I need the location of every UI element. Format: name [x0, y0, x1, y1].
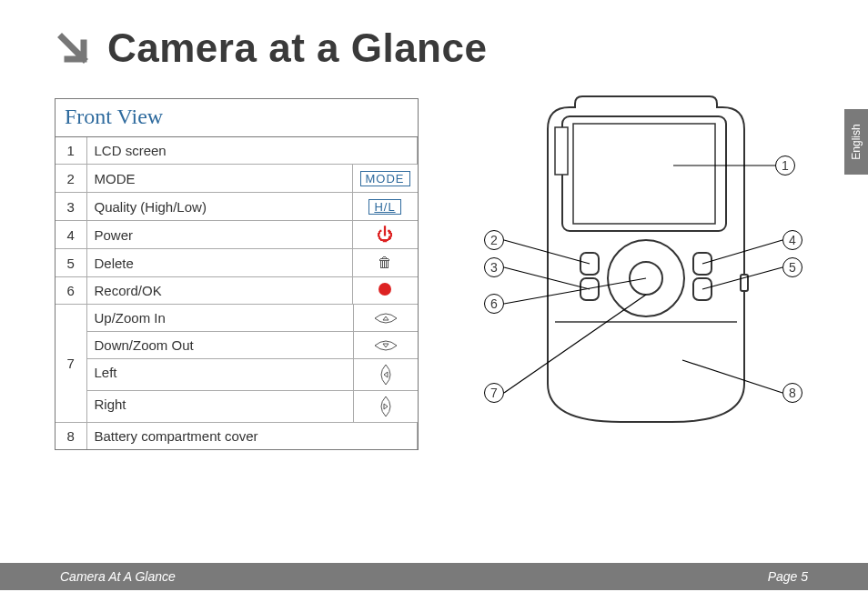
front-view-table: Front View 1 LCD screen 2 MODE MODE 3 Qu…	[55, 98, 419, 450]
callout-3: 3	[484, 257, 504, 277]
row-label: LCD screen	[86, 137, 418, 165]
table-row: 5 Delete 🗑	[56, 249, 418, 277]
section-title: Front View	[56, 99, 418, 137]
quality-icon: H/L	[352, 193, 418, 221]
footer-left: Camera At A Glance	[60, 569, 176, 584]
footer-right: Page 5	[768, 569, 808, 584]
table-row: 6 Record/OK	[56, 277, 418, 305]
row-number: 2	[56, 165, 86, 193]
table-subrow: Left	[87, 358, 418, 390]
row-label: Delete	[86, 249, 352, 277]
page-title-row: Camera at a Glance	[55, 25, 487, 71]
svg-rect-1	[573, 124, 715, 224]
row-number: 3	[56, 193, 86, 221]
up-icon	[354, 305, 418, 331]
callout-6: 6	[484, 294, 504, 314]
row-label: Battery compartment cover	[86, 423, 418, 450]
callout-5: 5	[782, 257, 802, 277]
svg-rect-2	[555, 127, 568, 175]
row-label: Power	[86, 221, 352, 249]
table-row: 3 Quality (High/Low) H/L	[56, 193, 418, 221]
left-icon	[354, 359, 418, 390]
row-label: Record/OK	[86, 277, 352, 305]
callout-7: 7	[484, 383, 504, 403]
power-icon: ⏻	[352, 221, 418, 249]
arrow-down-right-icon	[55, 30, 91, 66]
camera-diagram: 1 2 3 4 5 6 7 8	[455, 87, 837, 433]
page-title: Camera at a Glance	[107, 25, 487, 71]
right-icon	[354, 391, 418, 422]
table-row: 4 Power ⏻	[56, 221, 418, 249]
row-label: Right	[87, 391, 354, 422]
row-number: 4	[56, 221, 86, 249]
record-icon	[352, 277, 418, 305]
callout-4: 4	[782, 230, 802, 250]
row-number: 8	[56, 423, 86, 450]
callout-1: 1	[775, 156, 795, 176]
row-number: 7	[56, 305, 86, 423]
language-tab: English	[844, 109, 868, 175]
table-row: 1 LCD screen	[56, 137, 418, 165]
row-label: Quality (High/Low)	[86, 193, 352, 221]
table-subrow: Down/Zoom Out	[87, 331, 418, 358]
trash-icon: 🗑	[352, 249, 418, 277]
callout-8: 8	[782, 383, 802, 403]
row-label: MODE	[86, 165, 352, 193]
table-subrow: Up/Zoom In	[87, 305, 418, 331]
row-number: 6	[56, 277, 86, 305]
page-footer: Camera At A Glance Page 5	[0, 563, 868, 590]
table-row: 2 MODE MODE	[56, 165, 418, 193]
callout-2: 2	[484, 230, 504, 250]
row-label: Down/Zoom Out	[87, 332, 354, 358]
down-icon	[354, 332, 418, 358]
row-number: 5	[56, 249, 86, 277]
table-row: 7 Up/Zoom In Down/Zoom Out Left	[56, 305, 418, 423]
table-subrow: Right	[87, 390, 418, 422]
table-row: 8 Battery compartment cover	[56, 423, 418, 450]
row-label: Left	[87, 359, 354, 390]
row-number: 1	[56, 137, 86, 165]
row-label: Up/Zoom In	[87, 305, 354, 331]
mode-icon: MODE	[352, 165, 418, 193]
